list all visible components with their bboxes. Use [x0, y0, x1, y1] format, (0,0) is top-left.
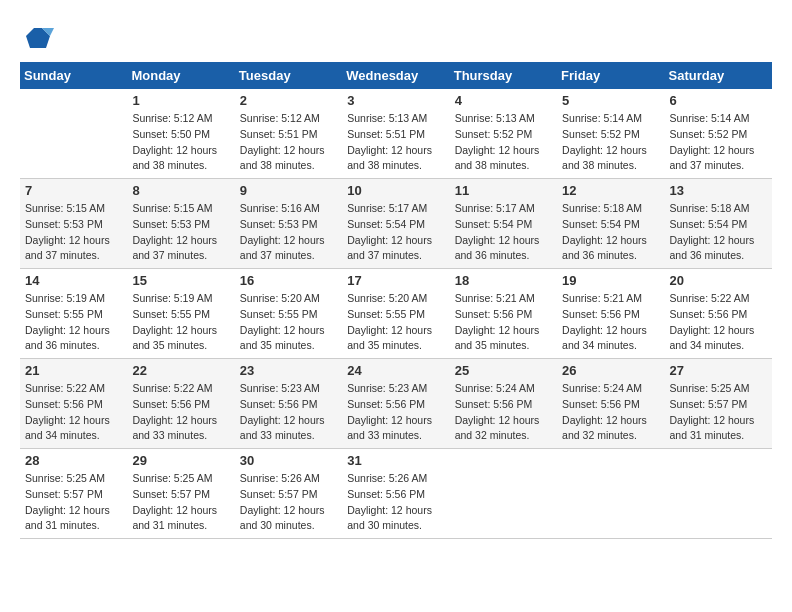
day-info: Sunrise: 5:19 AM Sunset: 5:55 PM Dayligh…: [25, 291, 122, 354]
week-row-5: 28Sunrise: 5:25 AM Sunset: 5:57 PM Dayli…: [20, 449, 772, 539]
day-cell: 11Sunrise: 5:17 AM Sunset: 5:54 PM Dayli…: [450, 179, 557, 269]
day-info: Sunrise: 5:25 AM Sunset: 5:57 PM Dayligh…: [132, 471, 229, 534]
day-number: 28: [25, 453, 122, 468]
day-info: Sunrise: 5:22 AM Sunset: 5:56 PM Dayligh…: [670, 291, 767, 354]
page-header: [20, 20, 772, 52]
day-cell: 8Sunrise: 5:15 AM Sunset: 5:53 PM Daylig…: [127, 179, 234, 269]
day-info: Sunrise: 5:20 AM Sunset: 5:55 PM Dayligh…: [240, 291, 337, 354]
day-cell: 7Sunrise: 5:15 AM Sunset: 5:53 PM Daylig…: [20, 179, 127, 269]
day-number: 31: [347, 453, 444, 468]
day-cell: [20, 89, 127, 179]
day-number: 9: [240, 183, 337, 198]
day-info: Sunrise: 5:22 AM Sunset: 5:56 PM Dayligh…: [25, 381, 122, 444]
day-info: Sunrise: 5:23 AM Sunset: 5:56 PM Dayligh…: [347, 381, 444, 444]
day-info: Sunrise: 5:13 AM Sunset: 5:52 PM Dayligh…: [455, 111, 552, 174]
day-info: Sunrise: 5:17 AM Sunset: 5:54 PM Dayligh…: [347, 201, 444, 264]
logo: [20, 20, 54, 52]
day-cell: 31Sunrise: 5:26 AM Sunset: 5:56 PM Dayli…: [342, 449, 449, 539]
header-saturday: Saturday: [665, 62, 772, 89]
day-info: Sunrise: 5:19 AM Sunset: 5:55 PM Dayligh…: [132, 291, 229, 354]
day-number: 17: [347, 273, 444, 288]
day-number: 1: [132, 93, 229, 108]
day-cell: 21Sunrise: 5:22 AM Sunset: 5:56 PM Dayli…: [20, 359, 127, 449]
header-thursday: Thursday: [450, 62, 557, 89]
day-cell: 24Sunrise: 5:23 AM Sunset: 5:56 PM Dayli…: [342, 359, 449, 449]
day-number: 5: [562, 93, 659, 108]
week-row-4: 21Sunrise: 5:22 AM Sunset: 5:56 PM Dayli…: [20, 359, 772, 449]
day-cell: 5Sunrise: 5:14 AM Sunset: 5:52 PM Daylig…: [557, 89, 664, 179]
day-cell: 16Sunrise: 5:20 AM Sunset: 5:55 PM Dayli…: [235, 269, 342, 359]
week-row-3: 14Sunrise: 5:19 AM Sunset: 5:55 PM Dayli…: [20, 269, 772, 359]
day-info: Sunrise: 5:20 AM Sunset: 5:55 PM Dayligh…: [347, 291, 444, 354]
day-info: Sunrise: 5:24 AM Sunset: 5:56 PM Dayligh…: [455, 381, 552, 444]
day-number: 29: [132, 453, 229, 468]
day-cell: [557, 449, 664, 539]
day-cell: 2Sunrise: 5:12 AM Sunset: 5:51 PM Daylig…: [235, 89, 342, 179]
day-info: Sunrise: 5:26 AM Sunset: 5:57 PM Dayligh…: [240, 471, 337, 534]
day-number: 19: [562, 273, 659, 288]
day-cell: 18Sunrise: 5:21 AM Sunset: 5:56 PM Dayli…: [450, 269, 557, 359]
day-number: 3: [347, 93, 444, 108]
day-number: 14: [25, 273, 122, 288]
day-info: Sunrise: 5:14 AM Sunset: 5:52 PM Dayligh…: [670, 111, 767, 174]
day-info: Sunrise: 5:23 AM Sunset: 5:56 PM Dayligh…: [240, 381, 337, 444]
day-info: Sunrise: 5:15 AM Sunset: 5:53 PM Dayligh…: [132, 201, 229, 264]
week-row-1: 1Sunrise: 5:12 AM Sunset: 5:50 PM Daylig…: [20, 89, 772, 179]
day-cell: 27Sunrise: 5:25 AM Sunset: 5:57 PM Dayli…: [665, 359, 772, 449]
day-cell: 19Sunrise: 5:21 AM Sunset: 5:56 PM Dayli…: [557, 269, 664, 359]
day-cell: 4Sunrise: 5:13 AM Sunset: 5:52 PM Daylig…: [450, 89, 557, 179]
day-info: Sunrise: 5:16 AM Sunset: 5:53 PM Dayligh…: [240, 201, 337, 264]
day-info: Sunrise: 5:21 AM Sunset: 5:56 PM Dayligh…: [562, 291, 659, 354]
day-number: 25: [455, 363, 552, 378]
day-cell: 22Sunrise: 5:22 AM Sunset: 5:56 PM Dayli…: [127, 359, 234, 449]
day-info: Sunrise: 5:25 AM Sunset: 5:57 PM Dayligh…: [25, 471, 122, 534]
day-number: 16: [240, 273, 337, 288]
day-number: 12: [562, 183, 659, 198]
day-number: 26: [562, 363, 659, 378]
day-info: Sunrise: 5:26 AM Sunset: 5:56 PM Dayligh…: [347, 471, 444, 534]
day-cell: 25Sunrise: 5:24 AM Sunset: 5:56 PM Dayli…: [450, 359, 557, 449]
day-cell: 29Sunrise: 5:25 AM Sunset: 5:57 PM Dayli…: [127, 449, 234, 539]
day-cell: 20Sunrise: 5:22 AM Sunset: 5:56 PM Dayli…: [665, 269, 772, 359]
header-sunday: Sunday: [20, 62, 127, 89]
day-info: Sunrise: 5:17 AM Sunset: 5:54 PM Dayligh…: [455, 201, 552, 264]
day-info: Sunrise: 5:21 AM Sunset: 5:56 PM Dayligh…: [455, 291, 552, 354]
day-cell: 13Sunrise: 5:18 AM Sunset: 5:54 PM Dayli…: [665, 179, 772, 269]
day-number: 30: [240, 453, 337, 468]
day-number: 21: [25, 363, 122, 378]
day-info: Sunrise: 5:18 AM Sunset: 5:54 PM Dayligh…: [670, 201, 767, 264]
day-info: Sunrise: 5:18 AM Sunset: 5:54 PM Dayligh…: [562, 201, 659, 264]
day-cell: 6Sunrise: 5:14 AM Sunset: 5:52 PM Daylig…: [665, 89, 772, 179]
day-cell: 12Sunrise: 5:18 AM Sunset: 5:54 PM Dayli…: [557, 179, 664, 269]
day-cell: [450, 449, 557, 539]
day-cell: 26Sunrise: 5:24 AM Sunset: 5:56 PM Dayli…: [557, 359, 664, 449]
day-cell: 1Sunrise: 5:12 AM Sunset: 5:50 PM Daylig…: [127, 89, 234, 179]
day-number: 22: [132, 363, 229, 378]
day-number: 4: [455, 93, 552, 108]
calendar-table: SundayMondayTuesdayWednesdayThursdayFrid…: [20, 62, 772, 539]
day-info: Sunrise: 5:22 AM Sunset: 5:56 PM Dayligh…: [132, 381, 229, 444]
header-wednesday: Wednesday: [342, 62, 449, 89]
day-info: Sunrise: 5:12 AM Sunset: 5:51 PM Dayligh…: [240, 111, 337, 174]
day-cell: 23Sunrise: 5:23 AM Sunset: 5:56 PM Dayli…: [235, 359, 342, 449]
day-number: 23: [240, 363, 337, 378]
day-info: Sunrise: 5:13 AM Sunset: 5:51 PM Dayligh…: [347, 111, 444, 174]
header-tuesday: Tuesday: [235, 62, 342, 89]
day-cell: 30Sunrise: 5:26 AM Sunset: 5:57 PM Dayli…: [235, 449, 342, 539]
day-number: 18: [455, 273, 552, 288]
day-info: Sunrise: 5:25 AM Sunset: 5:57 PM Dayligh…: [670, 381, 767, 444]
day-info: Sunrise: 5:24 AM Sunset: 5:56 PM Dayligh…: [562, 381, 659, 444]
day-number: 7: [25, 183, 122, 198]
day-number: 8: [132, 183, 229, 198]
header-row: SundayMondayTuesdayWednesdayThursdayFrid…: [20, 62, 772, 89]
day-number: 11: [455, 183, 552, 198]
day-info: Sunrise: 5:12 AM Sunset: 5:50 PM Dayligh…: [132, 111, 229, 174]
day-info: Sunrise: 5:14 AM Sunset: 5:52 PM Dayligh…: [562, 111, 659, 174]
day-cell: 9Sunrise: 5:16 AM Sunset: 5:53 PM Daylig…: [235, 179, 342, 269]
day-number: 15: [132, 273, 229, 288]
day-number: 20: [670, 273, 767, 288]
day-number: 27: [670, 363, 767, 378]
header-monday: Monday: [127, 62, 234, 89]
week-row-2: 7Sunrise: 5:15 AM Sunset: 5:53 PM Daylig…: [20, 179, 772, 269]
day-cell: [665, 449, 772, 539]
